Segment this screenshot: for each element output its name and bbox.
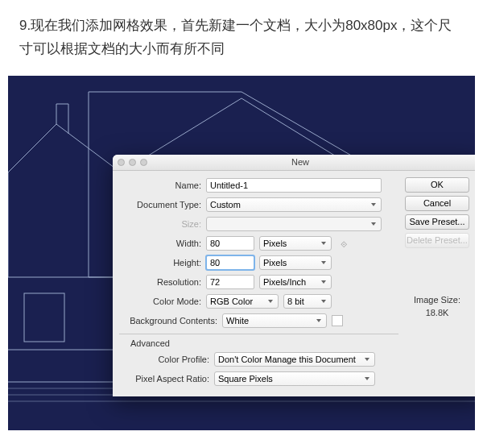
cancel-button[interactable]: Cancel — [405, 196, 469, 211]
resolution-unit-select[interactable]: Pixels/Inch — [259, 275, 332, 289]
colormode-label: Color Mode: — [119, 297, 206, 306]
colorprofile-label: Color Profile: — [119, 355, 214, 364]
link-icon[interactable]: ⟐ — [338, 237, 349, 250]
advanced-section-title[interactable]: Advanced — [130, 338, 398, 348]
bgcontents-label: Background Contents: — [119, 316, 222, 326]
pixelaspect-select[interactable]: Square Pixels — [214, 371, 375, 386]
width-label: Width: — [119, 239, 206, 248]
bitdepth-select[interactable]: 8 bit — [283, 294, 332, 309]
doctype-label: Document Type: — [119, 200, 206, 209]
height-unit-select[interactable]: Pixels — [259, 255, 332, 270]
size-select — [206, 217, 382, 231]
colorprofile-select[interactable]: Don't Color Manage this Document — [214, 352, 375, 367]
tutorial-step-text: 9.现在我们添加网格效果，首先新建一个文档，大小为80x80px，这个尺寸可以根… — [0, 0, 483, 76]
new-document-dialog: New Name: Document Type: Custom Size: Wi… — [113, 155, 475, 396]
width-unit-select[interactable]: Pixels — [259, 236, 332, 251]
delete-preset-button: Delete Preset... — [405, 233, 469, 248]
colormode-select[interactable]: RGB Color — [206, 294, 279, 309]
resolution-input[interactable] — [206, 275, 254, 289]
dialog-title: New — [123, 157, 475, 167]
image-size-value: 18.8K — [405, 306, 469, 320]
dialog-titlebar[interactable]: New — [113, 155, 475, 171]
height-input[interactable] — [206, 255, 254, 270]
size-label: Size: — [119, 219, 206, 229]
resolution-label: Resolution: — [119, 277, 206, 287]
height-label: Height: — [119, 258, 206, 268]
name-input[interactable] — [206, 178, 382, 193]
width-input[interactable] — [206, 236, 254, 251]
save-preset-button[interactable]: Save Preset... — [405, 214, 469, 230]
screenshot-container: New Name: Document Type: Custom Size: Wi… — [8, 76, 475, 430]
doctype-select[interactable]: Custom — [206, 197, 382, 212]
pixelaspect-label: Pixel Aspect Ratio: — [119, 374, 214, 384]
image-size-label: Image Size: — [405, 293, 469, 307]
name-label: Name: — [119, 180, 206, 190]
bgcontents-select[interactable]: White — [222, 313, 327, 328]
bg-swatch[interactable] — [332, 315, 343, 326]
ok-button[interactable]: OK — [405, 177, 469, 193]
